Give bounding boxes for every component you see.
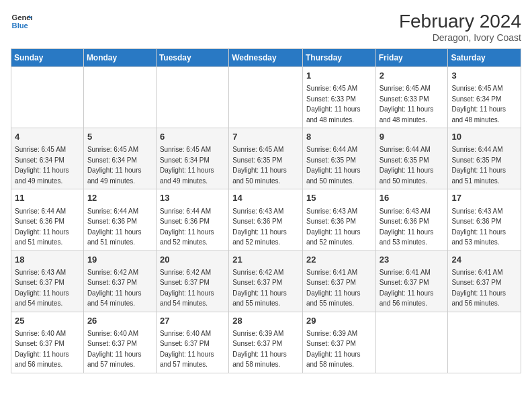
calendar-subtitle: Deragon, Ivory Coast <box>399 32 521 43</box>
calendar-week-row: 11Sunrise: 6:44 AM Sunset: 6:36 PM Dayli… <box>11 189 521 250</box>
calendar-day-cell: 21Sunrise: 6:42 AM Sunset: 6:37 PM Dayli… <box>229 250 303 312</box>
day-info: Sunrise: 6:41 AM Sunset: 6:37 PM Dayligh… <box>380 269 434 308</box>
day-info: Sunrise: 6:43 AM Sunset: 6:36 PM Dayligh… <box>232 208 287 246</box>
day-number: 16 <box>380 192 445 204</box>
calendar-day-cell: 16Sunrise: 6:43 AM Sunset: 6:36 PM Dayli… <box>375 189 448 250</box>
weekday-header: Tuesday <box>156 49 228 67</box>
day-number: 24 <box>451 254 517 266</box>
day-info: Sunrise: 6:41 AM Sunset: 6:37 PM Dayligh… <box>451 269 506 308</box>
svg-text:Blue: Blue <box>12 21 28 30</box>
calendar-body: 1Sunrise: 6:45 AM Sunset: 6:33 PM Daylig… <box>11 67 521 373</box>
day-number: 19 <box>87 254 152 266</box>
day-number: 25 <box>15 315 80 327</box>
calendar-day-cell: 3Sunrise: 6:45 AM Sunset: 6:34 PM Daylig… <box>448 67 521 128</box>
calendar-day-cell <box>11 67 84 128</box>
day-number: 26 <box>87 315 152 327</box>
day-number: 18 <box>15 254 80 266</box>
day-number: 23 <box>380 254 445 266</box>
calendar-day-cell: 23Sunrise: 6:41 AM Sunset: 6:37 PM Dayli… <box>375 250 448 312</box>
calendar-day-cell: 13Sunrise: 6:44 AM Sunset: 6:36 PM Dayli… <box>156 189 228 250</box>
calendar-day-cell: 1Sunrise: 6:45 AM Sunset: 6:33 PM Daylig… <box>302 67 375 128</box>
day-info: Sunrise: 6:42 AM Sunset: 6:37 PM Dayligh… <box>87 269 142 308</box>
day-number: 27 <box>160 315 225 327</box>
calendar-day-cell <box>83 67 156 128</box>
day-info: Sunrise: 6:43 AM Sunset: 6:36 PM Dayligh… <box>451 208 506 246</box>
day-info: Sunrise: 6:40 AM Sunset: 6:37 PM Dayligh… <box>160 330 214 369</box>
day-number: 29 <box>306 315 372 327</box>
day-info: Sunrise: 6:43 AM Sunset: 6:37 PM Dayligh… <box>15 269 69 308</box>
day-info: Sunrise: 6:43 AM Sunset: 6:36 PM Dayligh… <box>380 208 434 246</box>
day-info: Sunrise: 6:44 AM Sunset: 6:36 PM Dayligh… <box>87 208 142 246</box>
weekday-header: Wednesday <box>229 49 303 67</box>
day-number: 12 <box>87 192 152 204</box>
calendar-day-cell: 7Sunrise: 6:45 AM Sunset: 6:35 PM Daylig… <box>229 128 303 189</box>
calendar-day-cell: 28Sunrise: 6:39 AM Sunset: 6:37 PM Dayli… <box>229 312 303 373</box>
day-number: 6 <box>160 131 225 143</box>
calendar-day-cell: 6Sunrise: 6:45 AM Sunset: 6:34 PM Daylig… <box>156 128 228 189</box>
day-number: 8 <box>306 131 372 143</box>
day-number: 1 <box>306 70 372 82</box>
day-number: 15 <box>306 192 372 204</box>
calendar-day-cell: 12Sunrise: 6:44 AM Sunset: 6:36 PM Dayli… <box>83 189 156 250</box>
day-info: Sunrise: 6:44 AM Sunset: 6:36 PM Dayligh… <box>15 208 69 246</box>
calendar-day-cell: 17Sunrise: 6:43 AM Sunset: 6:36 PM Dayli… <box>448 189 521 250</box>
day-info: Sunrise: 6:43 AM Sunset: 6:36 PM Dayligh… <box>306 208 361 246</box>
weekday-row: SundayMondayTuesdayWednesdayThursdayFrid… <box>11 49 521 67</box>
weekday-header: Monday <box>83 49 156 67</box>
calendar-day-cell: 29Sunrise: 6:39 AM Sunset: 6:37 PM Dayli… <box>302 312 375 373</box>
day-info: Sunrise: 6:45 AM Sunset: 6:34 PM Dayligh… <box>451 85 506 124</box>
day-number: 3 <box>451 70 517 82</box>
weekday-header: Thursday <box>302 49 375 67</box>
day-info: Sunrise: 6:45 AM Sunset: 6:34 PM Dayligh… <box>87 146 142 185</box>
logo: General Blue <box>11 11 32 32</box>
day-number: 2 <box>380 70 445 82</box>
weekday-header: Saturday <box>448 49 521 67</box>
calendar-week-row: 18Sunrise: 6:43 AM Sunset: 6:37 PM Dayli… <box>11 250 521 312</box>
calendar-week-row: 25Sunrise: 6:40 AM Sunset: 6:37 PM Dayli… <box>11 312 521 373</box>
day-info: Sunrise: 6:45 AM Sunset: 6:34 PM Dayligh… <box>160 146 214 185</box>
day-number: 4 <box>15 131 80 143</box>
day-info: Sunrise: 6:45 AM Sunset: 6:34 PM Dayligh… <box>15 146 69 185</box>
day-number: 17 <box>451 192 517 204</box>
calendar-day-cell: 2Sunrise: 6:45 AM Sunset: 6:33 PM Daylig… <box>375 67 448 128</box>
title-block: February 2024 Deragon, Ivory Coast <box>399 11 521 43</box>
day-info: Sunrise: 6:40 AM Sunset: 6:37 PM Dayligh… <box>87 330 142 369</box>
calendar-day-cell: 15Sunrise: 6:43 AM Sunset: 6:36 PM Dayli… <box>302 189 375 250</box>
calendar-day-cell <box>229 67 303 128</box>
calendar-day-cell <box>448 312 521 373</box>
calendar-day-cell: 9Sunrise: 6:44 AM Sunset: 6:35 PM Daylig… <box>375 128 448 189</box>
calendar-header: SundayMondayTuesdayWednesdayThursdayFrid… <box>11 49 521 67</box>
day-number: 5 <box>87 131 152 143</box>
page-header: General Blue February 2024 Deragon, Ivor… <box>11 11 521 43</box>
calendar-title: February 2024 <box>399 11 521 32</box>
day-info: Sunrise: 6:39 AM Sunset: 6:37 PM Dayligh… <box>306 330 361 369</box>
day-info: Sunrise: 6:45 AM Sunset: 6:33 PM Dayligh… <box>306 85 361 124</box>
calendar-day-cell: 26Sunrise: 6:40 AM Sunset: 6:37 PM Dayli… <box>83 312 156 373</box>
calendar-day-cell: 19Sunrise: 6:42 AM Sunset: 6:37 PM Dayli… <box>83 250 156 312</box>
calendar-day-cell: 4Sunrise: 6:45 AM Sunset: 6:34 PM Daylig… <box>11 128 84 189</box>
weekday-header: Sunday <box>11 49 84 67</box>
calendar-day-cell: 27Sunrise: 6:40 AM Sunset: 6:37 PM Dayli… <box>156 312 228 373</box>
calendar-day-cell: 11Sunrise: 6:44 AM Sunset: 6:36 PM Dayli… <box>11 189 84 250</box>
day-info: Sunrise: 6:44 AM Sunset: 6:35 PM Dayligh… <box>306 146 361 185</box>
calendar-week-row: 4Sunrise: 6:45 AM Sunset: 6:34 PM Daylig… <box>11 128 521 189</box>
day-info: Sunrise: 6:44 AM Sunset: 6:35 PM Dayligh… <box>380 146 434 185</box>
calendar-day-cell: 24Sunrise: 6:41 AM Sunset: 6:37 PM Dayli… <box>448 250 521 312</box>
day-number: 9 <box>380 131 445 143</box>
day-info: Sunrise: 6:40 AM Sunset: 6:37 PM Dayligh… <box>15 330 69 369</box>
calendar-day-cell: 10Sunrise: 6:44 AM Sunset: 6:35 PM Dayli… <box>448 128 521 189</box>
day-info: Sunrise: 6:42 AM Sunset: 6:37 PM Dayligh… <box>160 269 214 308</box>
day-number: 7 <box>232 131 299 143</box>
day-number: 11 <box>15 192 80 204</box>
calendar-day-cell: 14Sunrise: 6:43 AM Sunset: 6:36 PM Dayli… <box>229 189 303 250</box>
day-info: Sunrise: 6:42 AM Sunset: 6:37 PM Dayligh… <box>232 269 287 308</box>
calendar-day-cell: 22Sunrise: 6:41 AM Sunset: 6:37 PM Dayli… <box>302 250 375 312</box>
calendar-day-cell <box>156 67 228 128</box>
day-info: Sunrise: 6:41 AM Sunset: 6:37 PM Dayligh… <box>306 269 361 308</box>
weekday-header: Friday <box>375 49 448 67</box>
day-number: 13 <box>160 192 225 204</box>
day-number: 21 <box>232 254 299 266</box>
day-info: Sunrise: 6:39 AM Sunset: 6:37 PM Dayligh… <box>232 330 287 369</box>
calendar-day-cell <box>375 312 448 373</box>
calendar-day-cell: 25Sunrise: 6:40 AM Sunset: 6:37 PM Dayli… <box>11 312 84 373</box>
